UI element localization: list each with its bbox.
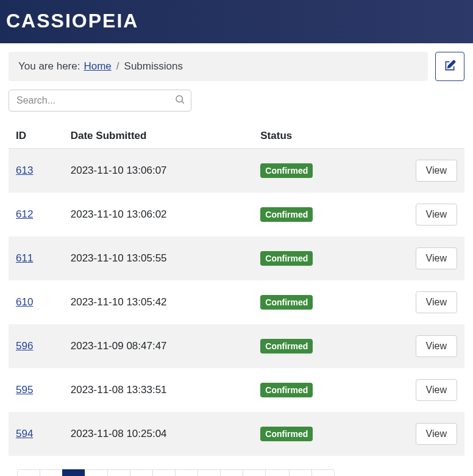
pagination-first[interactable]: [17, 469, 40, 476]
status-badge: Confirmed: [260, 427, 313, 441]
col-date: Date Submitted: [63, 124, 254, 149]
status-badge: Confirmed: [260, 383, 313, 397]
status-badge: Confirmed: [260, 251, 313, 266]
submission-date: 2023-11-09 08:47:47: [63, 324, 254, 368]
view-button[interactable]: View: [416, 204, 457, 226]
topbar: You are here: Home / Submissions: [9, 52, 464, 81]
breadcrumb-separator: /: [116, 60, 119, 73]
submission-id-link[interactable]: 594: [16, 428, 33, 439]
table-row: 5962023-11-09 08:47:47ConfirmedView: [9, 324, 464, 368]
submission-id-link[interactable]: 595: [16, 384, 33, 396]
breadcrumb-home-link[interactable]: Home: [84, 60, 111, 73]
pagination-page-10[interactable]: 10: [265, 469, 290, 476]
edit-button[interactable]: [435, 52, 464, 81]
breadcrumb-prefix: You are here:: [18, 60, 80, 73]
table-row: 5952023-11-08 13:33:51ConfirmedView: [9, 368, 464, 412]
view-button[interactable]: View: [416, 160, 457, 182]
view-button[interactable]: View: [416, 423, 457, 445]
pagination-last[interactable]: [311, 469, 335, 476]
submission-date: 2023-11-10 13:05:42: [63, 280, 254, 324]
pagination-page-4[interactable]: 4: [130, 469, 153, 476]
submission-date: 2023-11-10 13:06:07: [63, 149, 254, 193]
submission-id-link[interactable]: 610: [16, 296, 33, 308]
edit-icon: [444, 60, 456, 74]
app-header: CASSIOPEIA: [0, 0, 473, 43]
pagination-row: 12345678910 Page 1 of 30: [9, 469, 464, 476]
submission-id-link[interactable]: 596: [16, 340, 33, 352]
status-badge: Confirmed: [260, 207, 313, 222]
pagination-prev[interactable]: [40, 469, 63, 476]
submission-date: 2023-11-08 13:33:51: [63, 368, 254, 412]
main-content: You are here: Home / Submissions ID: [0, 43, 473, 476]
breadcrumb-current: Submissions: [124, 60, 183, 73]
pagination-next[interactable]: [289, 469, 312, 476]
svg-line-1: [182, 101, 183, 103]
submission-date: 2023-11-10 13:05:55: [63, 236, 254, 280]
table-row: 6122023-11-10 13:06:02ConfirmedView: [9, 193, 464, 236]
pagination-page-2[interactable]: 2: [85, 469, 108, 476]
col-action: [368, 124, 464, 149]
status-badge: Confirmed: [260, 295, 313, 310]
submission-id-link[interactable]: 611: [16, 252, 33, 264]
status-badge: Confirmed: [260, 339, 313, 353]
status-badge: Confirmed: [260, 163, 313, 178]
pagination-page-9[interactable]: 9: [243, 469, 266, 476]
col-status: Status: [253, 124, 368, 149]
view-button[interactable]: View: [416, 291, 457, 313]
view-button[interactable]: View: [416, 379, 457, 401]
app-logo: CASSIOPEIA: [6, 10, 467, 32]
search-container: [9, 90, 191, 112]
col-id: ID: [9, 124, 63, 149]
pagination-page-7[interactable]: 7: [197, 469, 221, 476]
pagination-page-5[interactable]: 5: [152, 469, 176, 476]
pagination-page-6[interactable]: 6: [175, 469, 198, 476]
pagination: 12345678910: [17, 469, 335, 476]
svg-point-0: [176, 96, 183, 102]
search-icon: [174, 94, 185, 107]
pagination-page-1[interactable]: 1: [62, 469, 85, 476]
table-row: 6132023-11-10 13:06:07ConfirmedView: [9, 149, 464, 193]
submissions-table: ID Date Submitted Status 6132023-11-10 1…: [9, 124, 464, 456]
view-button[interactable]: View: [416, 247, 457, 269]
table-row: 6112023-11-10 13:05:55ConfirmedView: [9, 236, 464, 280]
breadcrumb: You are here: Home / Submissions: [9, 52, 428, 81]
search-input[interactable]: [9, 90, 191, 112]
submission-date: 2023-11-10 13:06:02: [63, 193, 254, 236]
pagination-page-3[interactable]: 3: [107, 469, 130, 476]
table-row: 5942023-11-08 10:25:04ConfirmedView: [9, 412, 464, 456]
pagination-page-8[interactable]: 8: [220, 469, 243, 476]
table-row: 6102023-11-10 13:05:42ConfirmedView: [9, 280, 464, 324]
submission-id-link[interactable]: 613: [16, 165, 33, 176]
view-button[interactable]: View: [416, 335, 457, 357]
submission-date: 2023-11-08 10:25:04: [63, 412, 254, 456]
submission-id-link[interactable]: 612: [16, 208, 33, 220]
